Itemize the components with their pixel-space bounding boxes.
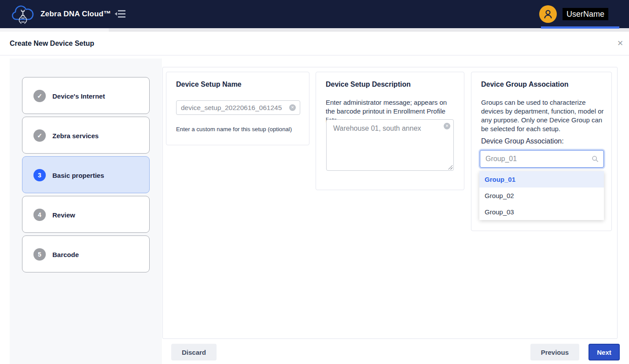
app-title: Zebra DNA Cloud™ bbox=[40, 0, 111, 28]
setup-name-input[interactable] bbox=[177, 101, 300, 114]
description-textarea[interactable]: Warehouse 01, south annex bbox=[327, 120, 453, 170]
previous-button[interactable]: Previous bbox=[530, 344, 579, 360]
check-icon: ✓ bbox=[33, 129, 46, 142]
search-icon bbox=[592, 155, 599, 162]
group-options-dropdown: Group_01 Group_02 Group_03 bbox=[479, 171, 604, 220]
dropdown-option-group-02[interactable]: Group_02 bbox=[479, 188, 604, 204]
close-icon[interactable]: ✕ bbox=[614, 38, 626, 49]
wizard-footer: Discard Previous Next bbox=[162, 339, 620, 364]
description-field-wrap: Warehouse 01, south annex ✕ bbox=[326, 119, 454, 171]
dropdown-option-group-01[interactable]: Group_01 bbox=[479, 171, 604, 188]
card-title: Device Setup Description bbox=[326, 81, 411, 88]
zebra-dna-cloud-app: Zebra DNA Cloud™ UserName Create New Dev… bbox=[0, 0, 629, 364]
step-number-badge: 5 bbox=[33, 248, 46, 261]
group-select-label: Device Group Association: bbox=[481, 137, 564, 145]
app-header-bar: Zebra DNA Cloud™ UserName bbox=[0, 0, 629, 28]
sidebar-step-devices-internet[interactable]: ✓ Device's Internet bbox=[22, 77, 150, 114]
group-select-value: Group_01 bbox=[486, 151, 517, 167]
modal-title: Create New Device Setup bbox=[10, 32, 94, 55]
device-setup-description-card: Device Setup Description Enter administr… bbox=[316, 72, 464, 190]
sidebar-step-review[interactable]: 4 Review bbox=[22, 196, 150, 233]
stepper-sidebar: ✓ Device's Internet ✓ Zebra services 3 B… bbox=[10, 59, 162, 364]
background-page-corner bbox=[109, 28, 116, 32]
step-number-badge: 3 bbox=[33, 169, 46, 181]
next-button[interactable]: Next bbox=[589, 344, 620, 360]
sidebar-step-barcode[interactable]: 5 Barcode bbox=[22, 235, 150, 272]
background-page-strip-left bbox=[0, 28, 109, 32]
step-label: Basic properties bbox=[52, 157, 104, 194]
step-number-badge: 4 bbox=[33, 209, 46, 221]
active-tab-indicator bbox=[541, 26, 619, 29]
zebra-dna-cloud-logo-icon bbox=[10, 4, 37, 26]
group-description: Groups can be used to characterize devic… bbox=[481, 98, 604, 133]
clear-icon[interactable]: ✕ bbox=[444, 123, 450, 129]
discard-button[interactable]: Discard bbox=[171, 344, 217, 360]
card-title: Device Setup Name bbox=[176, 81, 242, 88]
card-title: Device Group Association bbox=[481, 81, 569, 88]
modal-title-bar: Create New Device Setup bbox=[0, 32, 629, 55]
device-setup-name-card: Device Setup Name ✕ Enter a custom name … bbox=[166, 72, 309, 145]
step-label: Review bbox=[52, 196, 75, 233]
sidebar-step-basic-properties[interactable]: 3 Basic properties bbox=[22, 156, 150, 193]
dropdown-option-group-03[interactable]: Group_03 bbox=[479, 204, 604, 220]
step-label: Barcode bbox=[52, 236, 79, 273]
menu-open-icon[interactable] bbox=[114, 8, 127, 20]
step-label: Zebra services bbox=[52, 117, 99, 154]
sidebar-step-zebra-services[interactable]: ✓ Zebra services bbox=[22, 117, 150, 154]
step-label: Device's Internet bbox=[52, 77, 105, 114]
user-avatar[interactable] bbox=[539, 5, 557, 23]
group-select[interactable]: Group_01 bbox=[480, 150, 604, 168]
clear-icon[interactable]: ✕ bbox=[289, 104, 296, 111]
check-icon: ✓ bbox=[33, 90, 46, 102]
username-label[interactable]: UserName bbox=[563, 8, 608, 20]
setup-name-helper-text: Enter a custom name for this setup (opti… bbox=[176, 126, 292, 132]
person-icon bbox=[542, 8, 554, 20]
setup-name-field-wrap: ✕ bbox=[176, 100, 300, 115]
